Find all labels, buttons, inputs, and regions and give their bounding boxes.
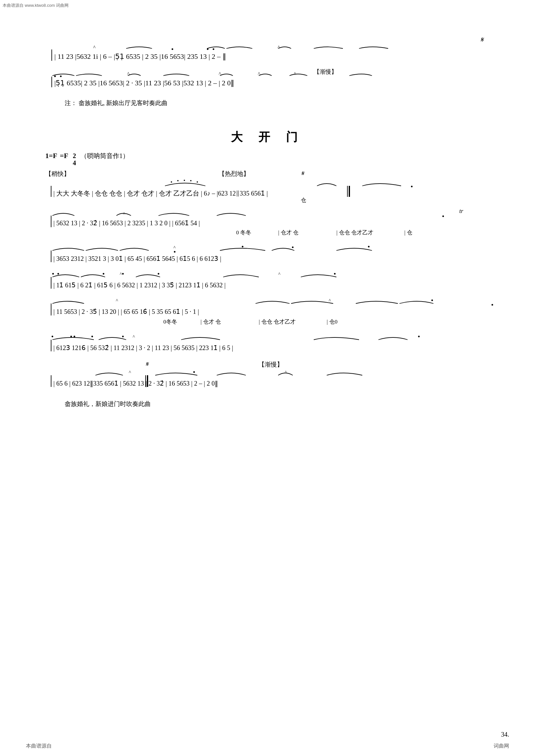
svg-text:| 仓才  仓: | 仓才 仓 bbox=[278, 230, 298, 236]
svg-text:^: ^ bbox=[133, 334, 135, 339]
svg-text:| 仓仓  仓才乙才: | 仓仓 仓才乙才 bbox=[336, 230, 373, 236]
score-line-G: 𝄋 【渐慢】 ^ ^ | 65 bbox=[45, 361, 490, 393]
time-sig-bottom: 4 bbox=[73, 159, 76, 167]
notation-line-D: ^ ^ | 11̇ 615̇ | 6 21̇ | 615̇ 6 | 6 5632… bbox=[45, 271, 530, 294]
key-hint: （唢呐筒音作1） bbox=[80, 151, 129, 160]
svg-point-66 bbox=[418, 336, 420, 338]
svg-point-42 bbox=[174, 251, 176, 253]
svg-point-20 bbox=[197, 181, 198, 183]
notation-line-1: | 11 23 |5632 1i | 6 – |5̣1̣ 6535 | 2 35… bbox=[45, 44, 530, 67]
svg-point-39 bbox=[368, 246, 370, 248]
notation-line-E: ^ ^ | 11 5653 | 2 · 35̂ | 13 20 | | 65 6… bbox=[45, 298, 530, 330]
score-line-C: ^ | 3653 2312 | 3521 3 | 3 01̇ | 65 45 |… bbox=[45, 245, 490, 269]
notation-line-2: 【渐慢】 |5̣1̣ 6535| 2 35 |16 5653| 2 · 35 |… bbox=[45, 68, 530, 94]
segno-mark-2: 𝄋 bbox=[301, 170, 304, 178]
svg-text:^: ^ bbox=[127, 71, 130, 77]
svg-text:0冬冬: 0冬冬 bbox=[163, 319, 177, 325]
svg-text:tr: tr bbox=[459, 208, 464, 214]
score-line-A: 【稍快】 【热烈地】 𝄋 | 大大 大冬冬 | bbox=[45, 170, 490, 206]
segno-mark-3: 𝄋 bbox=[146, 361, 149, 369]
svg-text:0 冬冬: 0 冬冬 bbox=[236, 230, 251, 236]
section2-footer-note: 畲族婚礼，新娘进门时吹奏此曲 bbox=[65, 400, 490, 408]
notation-line-C: ^ | 3653 2312 | 3521 3 | 3 01̇ | 65 45 |… bbox=[45, 245, 530, 267]
svg-point-55 bbox=[432, 300, 433, 301]
tempo-jman: 【渐慢】 bbox=[259, 361, 283, 369]
svg-text:|  仓: | 仓 bbox=[404, 230, 412, 236]
svg-point-44 bbox=[58, 273, 59, 275]
notation-line-B: tr | 5632 13 | 2 · 32̂ | 16 5653 | 2 323… bbox=[45, 208, 530, 241]
svg-text:| 6123̇  1216̇ | 56 532̂ | 11 : | 6123̇ 1216̇ | 56 532̂ | 11 2312 | 3 · … bbox=[53, 344, 233, 352]
page: 本曲谱源自 www.ktwo8.com 词曲网 𝄋 bbox=[0, 0, 535, 756]
svg-text:^: ^ bbox=[294, 71, 296, 77]
svg-point-37 bbox=[242, 246, 243, 248]
time-sig-container: 2 4 bbox=[73, 152, 76, 167]
svg-text:^: ^ bbox=[93, 44, 96, 50]
svg-text:^: ^ bbox=[116, 298, 118, 303]
tempo-rlie: 【热烈地】 bbox=[219, 170, 249, 178]
svg-point-45 bbox=[103, 273, 104, 275]
svg-text:| 11 23  |5632  1i  |  6  –  |: | 11 23 |5632 1i | 6 – |5̣1̣ 6535 | 2 35… bbox=[54, 52, 226, 61]
svg-point-50 bbox=[334, 273, 336, 275]
svg-text:| 3653 2312 | 3521  3 | 3  01̇: | 3653 2312 | 3521 3 | 3 01̇ | 65 45 | 6… bbox=[53, 255, 221, 262]
svg-text:| 11̇ 615̇ | 6  21̇ | 615̇  6 : | 11̇ 615̇ | 6 21̇ | 615̇ 6 | 6 5632 | 1… bbox=[53, 282, 226, 289]
footer-right: 词曲网 bbox=[493, 743, 509, 749]
notation-line-G: ^ ^ | 65 6 | 623 12‖335 6561̇ | 5632 13 … bbox=[45, 369, 530, 392]
svg-text:^: ^ bbox=[285, 370, 287, 375]
segno-mark-1: 𝄋 bbox=[480, 36, 483, 44]
score-line-F: | 6123̇ 1216̇ | 56 532̂ | 11 2312 | 3 · … bbox=[45, 334, 490, 358]
footer: 本曲谱源自 词曲网 bbox=[0, 743, 535, 749]
page-number: 34. bbox=[501, 731, 509, 738]
score-line-D: ^ ^ | 11̇ 615̇ | 6 21̇ | 615̇ 6 | 6 5632… bbox=[45, 271, 490, 295]
notation-line-A: | 大大 大冬冬 | 仓仓 仓仓 | 仓才 仓才 | 仓才 乙才乙台 | 6♪ … bbox=[45, 179, 530, 204]
svg-point-17 bbox=[177, 180, 179, 181]
svg-point-23 bbox=[411, 186, 413, 187]
key-info: 1=F=F 2 4 （唢呐筒音作1） bbox=[45, 151, 490, 167]
svg-point-73 bbox=[193, 371, 195, 373]
svg-text:^: ^ bbox=[219, 71, 221, 77]
svg-text:| 65  6  | 623 12‖335 6561̇ | : | 65 6 | 623 12‖335 6561̇ | 5632 13 | 2 … bbox=[53, 380, 218, 387]
svg-point-11 bbox=[60, 76, 62, 77]
svg-point-70 bbox=[70, 336, 72, 338]
time-sig-top: 2 bbox=[73, 152, 76, 159]
svg-point-38 bbox=[292, 247, 294, 248]
svg-point-2 bbox=[172, 48, 173, 50]
svg-point-65 bbox=[122, 336, 124, 338]
svg-point-47 bbox=[122, 273, 124, 275]
svg-point-19 bbox=[190, 180, 191, 181]
svg-point-58 bbox=[492, 304, 493, 306]
svg-point-63 bbox=[52, 336, 53, 338]
svg-text:^: ^ bbox=[123, 211, 125, 217]
svg-text:| 仓0: | 仓0 bbox=[327, 319, 337, 325]
svg-point-71 bbox=[92, 336, 93, 338]
svg-text:| 11 5653 | 2 · 35̂ | 13  20 |: | 11 5653 | 2 · 35̂ | 13 20 | | 65 65 16… bbox=[53, 308, 199, 315]
svg-text:^: ^ bbox=[129, 370, 131, 375]
svg-text:| 大大  大冬冬 | 仓仓  仓仓 | 仓才  仓才 | : | 大大 大冬冬 | 仓仓 仓仓 | 仓才 仓才 | 仓才 乙才乙台 | 6♪ … bbox=[53, 190, 268, 197]
section2-title: 大 开 门 bbox=[45, 129, 490, 145]
svg-text:| 仓才  仓: | 仓才 仓 bbox=[201, 319, 221, 325]
svg-text:|5̣1̣ 6535| 2  35 |16 5653| 2 : |5̣1̣ 6535| 2 35 |16 5653| 2 · 35 |11 23… bbox=[54, 79, 234, 87]
svg-point-30 bbox=[442, 216, 444, 217]
svg-text:^: ^ bbox=[277, 44, 280, 50]
score-line-B: tr | 5632 13 | 2 · 32̂ | 16 5653 | 2 323… bbox=[45, 208, 490, 242]
svg-text:^: ^ bbox=[120, 272, 122, 277]
svg-text:^: ^ bbox=[173, 245, 176, 250]
svg-point-18 bbox=[184, 180, 185, 181]
svg-text:^: ^ bbox=[329, 298, 331, 303]
score-line-E: ^ ^ | 11 5653 | 2 · 35̂ | 13 20 | | 65 6… bbox=[45, 298, 490, 331]
tempo-kuai: 【稍快】 bbox=[45, 170, 70, 178]
svg-point-64 bbox=[74, 336, 75, 338]
svg-text:^: ^ bbox=[278, 272, 280, 277]
section1-note: 注： 畲族婚礼, 新娘出厅见客时奏此曲 bbox=[65, 99, 490, 107]
watermark-left: 本曲谱源自 www.ktwo8.com 词曲网 bbox=[3, 3, 69, 9]
svg-text:^: ^ bbox=[258, 71, 260, 77]
svg-text:| 5632 13 | 2 · 32̂ | 16 5653 : | 5632 13 | 2 · 32̂ | 16 5653 | 2 3235 |… bbox=[53, 220, 200, 227]
svg-point-48 bbox=[158, 273, 159, 275]
svg-point-43 bbox=[52, 273, 54, 275]
svg-text:【渐慢】: 【渐慢】 bbox=[314, 68, 337, 75]
section1-block: 𝄋 | 11 23 |563 bbox=[45, 36, 490, 96]
svg-text:仓: 仓 bbox=[301, 197, 306, 203]
svg-point-3 bbox=[207, 48, 209, 50]
svg-point-4 bbox=[213, 48, 214, 50]
notation-line-F: | 6123̇ 1216̇ | 56 532̂ | 11 2312 | 3 · … bbox=[45, 334, 530, 357]
svg-point-10 bbox=[54, 76, 56, 77]
